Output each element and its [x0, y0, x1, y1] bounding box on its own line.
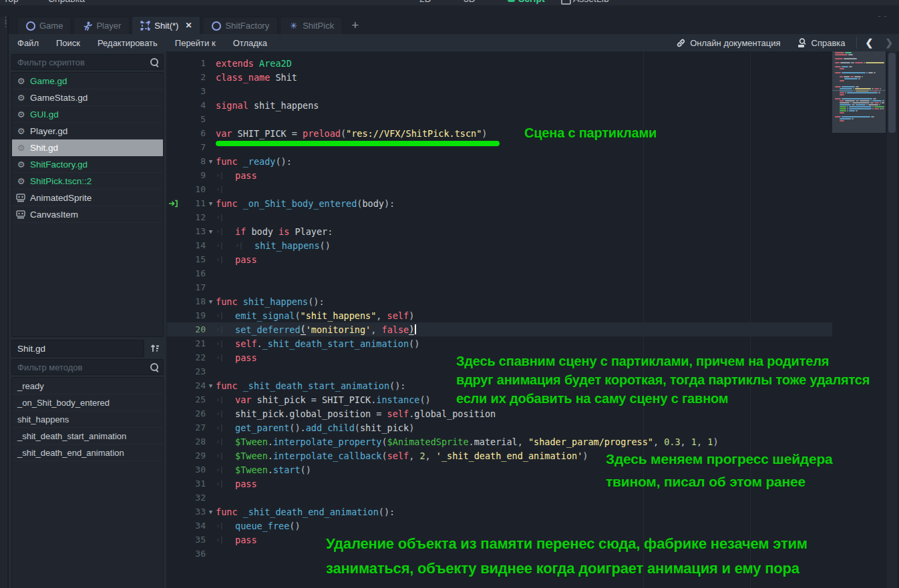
code-line[interactable]: 11▼func _on_Shit_body_entered(body):	[167, 196, 899, 210]
new-tab-button[interactable]: +	[345, 18, 365, 33]
fold-arrow-icon[interactable]: ▼	[206, 158, 216, 165]
code-line[interactable]: 9pass	[167, 168, 899, 182]
code-text	[216, 213, 235, 222]
online-docs-button[interactable]: Онлайн документация	[668, 38, 788, 48]
script-list-item[interactable]: ⚙Game.gd	[12, 73, 163, 89]
menu-edit[interactable]: Редактировать	[89, 38, 166, 48]
minimap-code-bar	[862, 76, 863, 77]
scene-tab-player[interactable]: Player	[73, 17, 130, 34]
script-list-item[interactable]: ⚙Shit.gd	[12, 139, 163, 156]
tab-label: Player	[96, 21, 121, 31]
dock-splitter[interactable]: ⋮⋮	[0, 17, 9, 588]
scene-tab-shitpick[interactable]: ✳ShitPick	[280, 17, 343, 34]
script-name: GameStats.gd	[30, 93, 87, 103]
script-list-item[interactable]: ⚙GUI.gd	[12, 106, 163, 123]
menu-goto[interactable]: Перейти к	[166, 38, 224, 48]
menu-search[interactable]: Поиск	[47, 38, 89, 48]
script-list-item[interactable]: AnimatedSprite	[12, 190, 163, 206]
doc-icon	[16, 194, 26, 202]
code-line[interactable]: 18▼func shit_happens():	[167, 294, 899, 308]
code-line[interactable]: 10	[167, 182, 899, 196]
mode-script-button[interactable]: Script	[518, 0, 545, 4]
code-line[interactable]: 13▼if body is Player:	[167, 224, 899, 238]
minimap-code-bar	[840, 100, 844, 101]
scrollbar-grabber[interactable]	[888, 53, 896, 133]
minimap-code-bar	[847, 110, 848, 111]
method-list-item[interactable]: _shit_death_end_animation	[12, 445, 163, 461]
line-number: 6	[179, 128, 206, 138]
code-line[interactable]: 12	[167, 210, 899, 224]
code-line[interactable]: 20set_deferred('monitoring', false)	[167, 322, 899, 336]
script-filter-input[interactable]	[11, 54, 164, 70]
script-list-item[interactable]: ⚙GameStats.gd	[12, 89, 163, 106]
method-list-item[interactable]: _shit_death_start_animation	[12, 428, 163, 445]
code-line[interactable]: 27get_parent().add_child(shit_pick)	[167, 420, 899, 434]
script-name: Game.gd	[30, 76, 67, 86]
code-text: pass	[216, 479, 257, 489]
code-line[interactable]: 4signal shit_happens	[167, 98, 899, 112]
code-text: if body is Player:	[216, 226, 333, 237]
script-list-item[interactable]: ⚙ShitPick.tscn::2	[12, 173, 163, 190]
script-list-item[interactable]: ⚙Player.gd	[12, 123, 163, 139]
tab-indent-marker	[216, 325, 235, 334]
tab-indent-marker	[216, 395, 235, 404]
code-line[interactable]: 14shit_happens()	[167, 238, 899, 252]
code-line[interactable]: 21self._shit_death_start_animation()	[167, 336, 899, 350]
code-line[interactable]: 19emit_signal("shit_happens", self)	[167, 308, 899, 322]
mode-2d-button[interactable]: 2D	[419, 0, 431, 4]
minimap-code-bar	[842, 72, 866, 73]
mode-3d-button[interactable]: 3D	[464, 0, 476, 4]
menu-file[interactable]: Файл	[9, 38, 47, 48]
code-line[interactable]: 26shit_pick.global_position = self.globa…	[167, 406, 899, 420]
fold-arrow-icon[interactable]: ▼	[206, 228, 216, 235]
method-list-item[interactable]: _on_Shit_body_entered	[12, 394, 163, 411]
minimap-code-bar	[880, 88, 881, 89]
code-line[interactable]: 28$Tween.interpolate_property($AnimatedS…	[167, 434, 899, 449]
mode-assetlib-button[interactable]: AssetLib	[573, 0, 609, 4]
script-list-item[interactable]: ⚙ShitFactory.gd	[12, 156, 163, 173]
script-mode-icon	[508, 0, 515, 2]
code-text: shit_happens()	[216, 240, 331, 251]
method-list-item[interactable]: shit_happens	[12, 411, 163, 428]
code-line[interactable]: 15pass	[167, 252, 899, 266]
method-filter-input[interactable]	[11, 359, 164, 375]
code-line[interactable]: 33▼func _shit_death_end_animation():	[167, 505, 899, 519]
method-list-item[interactable]: _ready	[12, 378, 163, 394]
history-back-button[interactable]: ❮	[860, 37, 880, 48]
minimap-code-bar	[844, 58, 857, 59]
code-line[interactable]: 8▼func _ready():	[167, 154, 899, 168]
editor-menu-fragment[interactable]: тор	[4, 0, 19, 4]
code-text: pass	[216, 535, 257, 545]
tab-close-icon[interactable]: ✕	[185, 21, 192, 30]
minimap-code-bar	[852, 118, 854, 119]
history-forward-button[interactable]: ❯	[879, 37, 899, 48]
tab-indent-marker	[216, 535, 235, 544]
doc-search-icon	[797, 37, 807, 48]
line-number: 36	[179, 549, 206, 559]
menu-debug[interactable]: Отладка	[224, 38, 276, 48]
code-line[interactable]: 3	[167, 84, 899, 98]
minimap[interactable]	[832, 51, 886, 588]
minimap-code-bar	[856, 100, 859, 101]
scene-tab-shitfactory[interactable]: ShitFactory	[202, 17, 278, 34]
help-menu-fragment[interactable]: Справка	[48, 0, 85, 4]
fold-arrow-icon[interactable]: ▼	[206, 509, 216, 515]
signal-connection-icon[interactable]	[167, 200, 179, 208]
code-line[interactable]: 1extends Area2D	[167, 56, 899, 70]
editor-scrollbar[interactable]	[887, 51, 897, 588]
minimap-code-bar	[882, 108, 884, 109]
code-line[interactable]: 17	[167, 280, 899, 294]
scene-tab-shit[interactable]: Shit(*)✕	[132, 16, 200, 34]
help-button[interactable]: Справка	[789, 37, 854, 48]
code-line[interactable]: 2class_name Shit	[167, 70, 899, 84]
sort-methods-button[interactable]	[146, 340, 164, 357]
scene-tab-game[interactable]: Game	[17, 17, 71, 34]
code-line[interactable]: 34queue_free()	[167, 519, 899, 533]
tab-label: ShitFactory	[225, 21, 269, 31]
fold-arrow-icon[interactable]: ▼	[206, 200, 216, 207]
script-list-item[interactable]: CanvasItem	[12, 206, 163, 223]
code-line[interactable]: 16	[167, 266, 899, 280]
code-text: $Tween.interpolate_callback(self, 2, '_s…	[216, 451, 588, 461]
fold-arrow-icon[interactable]: ▼	[206, 298, 216, 305]
fold-arrow-icon[interactable]: ▼	[206, 382, 216, 389]
